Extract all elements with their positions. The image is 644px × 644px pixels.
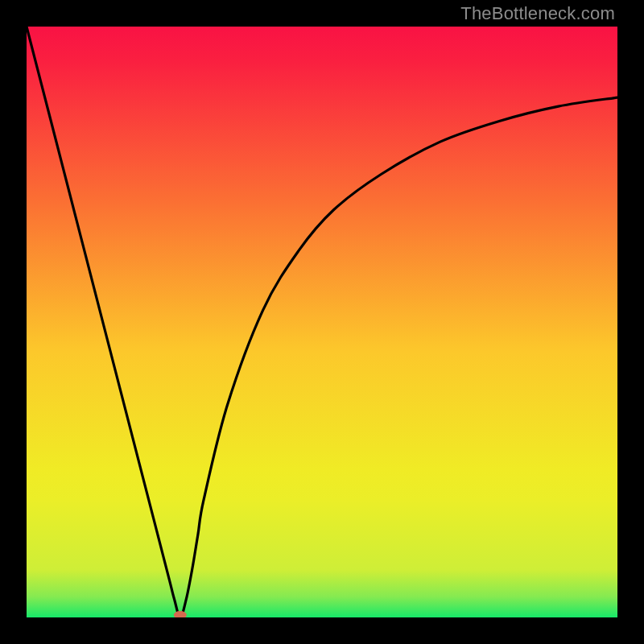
watermark-text: TheBottleneck.com <box>460 3 615 24</box>
chart-frame <box>27 27 617 617</box>
chart-svg <box>27 27 617 617</box>
gradient-background <box>27 27 617 617</box>
